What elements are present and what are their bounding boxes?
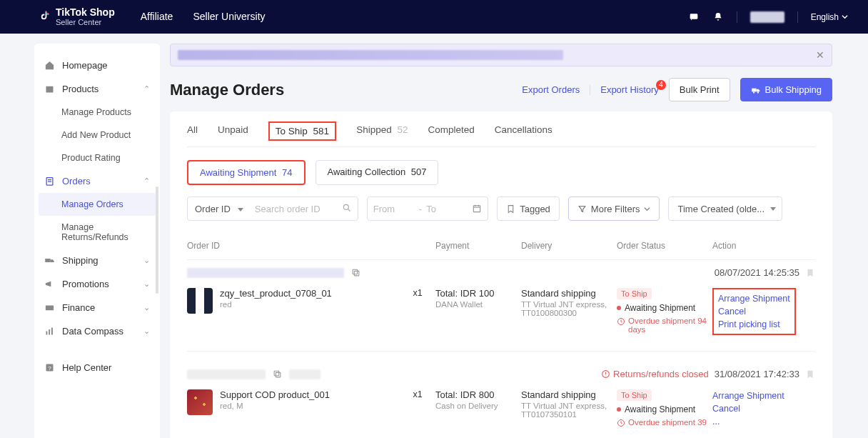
- sidebar-item-add-new-product[interactable]: Add New Product: [34, 124, 160, 146]
- seller-name-redacted[interactable]: [750, 11, 784, 23]
- tab-unpaid[interactable]: Unpaid: [218, 124, 248, 146]
- chip-awaiting-collection[interactable]: Awaiting Collection 507: [316, 160, 439, 185]
- status-tabs: All Unpaid To Ship 581 Shipped 52 Comple…: [187, 111, 815, 147]
- tab-all[interactable]: All: [187, 124, 198, 146]
- sidebar-item-manage-products[interactable]: Manage Products: [34, 101, 160, 124]
- clock-icon: [617, 419, 625, 427]
- chip-awaiting-shipment[interactable]: Awaiting Shipment 74: [187, 160, 306, 185]
- chevron-down-icon: ⌄: [143, 303, 150, 312]
- order-number-redacted[interactable]: [187, 268, 344, 278]
- tab-shipped[interactable]: Shipped 52: [356, 124, 408, 146]
- svg-rect-19: [274, 371, 279, 376]
- copy-icon[interactable]: [351, 268, 360, 277]
- overdue-text: Overdue shipment 94 days: [617, 317, 712, 334]
- scrollbar[interactable]: [156, 186, 158, 294]
- bell-icon[interactable]: [712, 11, 724, 23]
- svg-rect-18: [276, 372, 281, 377]
- orderid-search: Order ID: [187, 196, 358, 221]
- th-payment: Payment: [435, 241, 521, 251]
- action-cancel[interactable]: Cancel: [718, 305, 790, 318]
- chart-icon: [44, 326, 55, 337]
- logo[interactable]: TikTok Shop Seller Center: [37, 7, 115, 26]
- card-icon: [44, 302, 55, 313]
- sort-select[interactable]: Time Created (olde...: [668, 196, 782, 221]
- action-arrange-shipment[interactable]: Arrange Shipment: [718, 292, 790, 305]
- svg-rect-7: [51, 328, 53, 335]
- chevron-down-icon: ⌄: [143, 327, 150, 336]
- tagged-button[interactable]: Tagged: [497, 196, 560, 221]
- home-icon: [44, 60, 55, 71]
- main-content: ✕ Manage Orders Export Orders Export His…: [170, 44, 868, 438]
- tab-completed[interactable]: Completed: [428, 124, 474, 146]
- chevron-down-icon: ⌄: [143, 279, 150, 289]
- svg-rect-3: [45, 259, 51, 262]
- bookmark-icon[interactable]: [805, 369, 815, 379]
- tiktok-note-icon: [37, 9, 51, 24]
- action-links: Arrange Shipment Cancel ...: [712, 389, 784, 428]
- notice-banner: ✕: [170, 44, 832, 66]
- product-thumbnail[interactable]: [187, 389, 213, 415]
- close-icon[interactable]: ✕: [816, 49, 824, 61]
- export-orders-link[interactable]: Export Orders: [522, 84, 580, 95]
- nav-affiliate[interactable]: Affiliate: [141, 11, 173, 22]
- bookmark-icon: [506, 204, 515, 214]
- top-bar: TikTok Shop Seller Center Affiliate Sell…: [0, 0, 868, 34]
- shipment-subtabs: Awaiting Shipment 74 Awaiting Collection…: [187, 147, 815, 196]
- order-number-redacted[interactable]: [187, 369, 266, 379]
- tab-cancellations[interactable]: Cancellations: [495, 124, 552, 146]
- sidebar-item-shipping[interactable]: Shipping ⌄: [34, 249, 160, 272]
- sidebar-item-manage-orders[interactable]: Manage Orders: [39, 193, 156, 216]
- bulk-print-button[interactable]: Bulk Print: [669, 78, 730, 101]
- action-cancel[interactable]: Cancel: [712, 402, 784, 415]
- clipboard-icon: [44, 176, 55, 186]
- chat-icon[interactable]: [688, 11, 700, 23]
- product-title[interactable]: zqy_test_product_0708_01: [220, 288, 393, 299]
- truck-icon: [44, 255, 55, 266]
- date-from-input[interactable]: [373, 204, 415, 214]
- sidebar-item-promotions[interactable]: Promotions ⌄: [34, 272, 160, 296]
- th-action: Action: [712, 241, 815, 251]
- chevron-up-icon: ⌃: [143, 176, 150, 186]
- filter-bar: Order ID - Tagged: [187, 196, 815, 232]
- clock-icon: [617, 317, 625, 326]
- more-filters-button[interactable]: More Filters: [568, 196, 660, 221]
- search-field-select[interactable]: Order ID: [188, 204, 249, 214]
- product-title[interactable]: Support COD product_001: [220, 389, 393, 400]
- date-range[interactable]: -: [367, 196, 488, 221]
- sidebar-item-help-center[interactable]: ? Help Center: [34, 356, 160, 379]
- payment-method: Cash on Delivery: [435, 402, 521, 410]
- export-history-link[interactable]: Export History 4: [600, 84, 659, 95]
- date-to-input[interactable]: [426, 204, 468, 214]
- order-timestamp: 08/07/2021 14:25:35: [715, 267, 799, 278]
- svg-rect-16: [353, 269, 358, 274]
- logo-text-line2: Seller Center: [56, 18, 115, 26]
- th-order-status: Order Status: [617, 241, 712, 251]
- language-switcher[interactable]: English: [811, 12, 848, 22]
- logo-text-line1: TikTok Shop: [56, 7, 115, 18]
- th-delivery: Delivery: [521, 241, 617, 251]
- action-arrange-shipment[interactable]: Arrange Shipment: [712, 389, 784, 402]
- action-more[interactable]: ...: [712, 415, 784, 428]
- bulk-shipping-button[interactable]: Bulk Shipping: [740, 78, 833, 101]
- product-thumbnail[interactable]: [187, 288, 213, 314]
- sidebar-item-data-compass[interactable]: Data Compass ⌄: [34, 319, 160, 343]
- bookmark-icon[interactable]: [805, 268, 815, 278]
- copy-icon[interactable]: [273, 369, 282, 379]
- truck-icon: [751, 85, 761, 95]
- search-input[interactable]: [249, 204, 342, 214]
- sidebar-item-finance[interactable]: Finance ⌄: [34, 296, 160, 319]
- sidebar-item-orders[interactable]: Orders ⌃: [34, 169, 160, 193]
- status-text: Awaiting Shipment: [617, 303, 712, 313]
- search-icon[interactable]: [342, 203, 358, 215]
- product-qty: x1: [400, 389, 435, 428]
- sidebar-item-products[interactable]: Products ⌃: [34, 77, 160, 101]
- payment-total: Total: IDR 800: [435, 389, 521, 400]
- tab-to-ship[interactable]: To Ship 581: [268, 121, 336, 141]
- sidebar-item-manage-returns[interactable]: Manage Returns/Refunds: [34, 216, 160, 249]
- chevron-down-icon: [644, 206, 650, 212]
- calendar-icon: [472, 204, 482, 214]
- action-print-picking-list[interactable]: Print picking list: [718, 318, 790, 331]
- sidebar-item-product-rating[interactable]: Product Rating: [34, 146, 160, 169]
- nav-seller-university[interactable]: Seller University: [193, 11, 265, 22]
- sidebar-item-homepage[interactable]: Homepage: [34, 54, 160, 77]
